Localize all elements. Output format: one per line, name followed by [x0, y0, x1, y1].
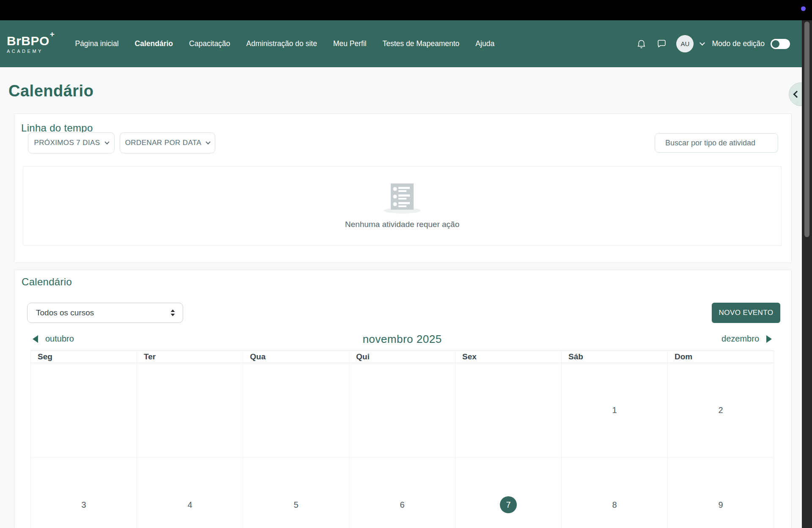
month-calendar-table: Seg Ter Qua Qui Sex Sáb Dom 1 2 3 4 5 — [30, 350, 774, 528]
user-menu-chevron-icon[interactable] — [700, 40, 705, 46]
edit-mode-label: Modo de edição — [712, 39, 765, 48]
chat-icon[interactable] — [656, 38, 667, 49]
calendar-day-cell[interactable]: 5 — [243, 457, 349, 528]
weekday-header: Qui — [349, 351, 455, 363]
nav-item-meu-perfil[interactable]: Meu Perfil — [325, 39, 375, 48]
chevron-down-icon — [104, 140, 109, 144]
day-range-filter-button[interactable]: PRÓXIMOS 7 DIAS — [28, 132, 115, 153]
timeline-card: Linha do tempo PRÓXIMOS 7 DIAS ORDENAR P… — [14, 113, 792, 263]
chevron-left-icon — [793, 91, 801, 98]
calendar-week-row: 3 4 5 6 7 8 9 — [30, 457, 774, 528]
current-month-title: novembro 2025 — [30, 333, 774, 346]
calendar-day-cell[interactable]: 7 — [455, 457, 562, 528]
user-avatar[interactable]: AU — [676, 35, 694, 52]
document-list-icon — [381, 183, 423, 214]
weekday-header: Qua — [243, 351, 349, 363]
weekday-header: Sáb — [562, 351, 668, 363]
next-month-label: dezembro — [721, 334, 759, 344]
status-indicator-dot — [801, 6, 806, 11]
calendar-day-cell[interactable] — [137, 363, 243, 457]
calendar-card: Calendário Todos os cursos NOVO EVENTO o… — [14, 270, 792, 528]
day-number-today[interactable]: 7 — [500, 496, 517, 513]
select-sort-arrows-icon — [170, 309, 175, 316]
calendar-week-row: 1 2 — [30, 363, 774, 457]
nav-item-capacitacao[interactable]: Capacitação — [181, 39, 238, 48]
course-filter-value: Todos os cursos — [36, 308, 94, 317]
month-navigation: outubro novembro 2025 dezembro — [30, 333, 774, 347]
calendar-day-cell[interactable] — [30, 363, 137, 457]
calendar-day-cell[interactable]: 3 — [30, 457, 137, 528]
page-title: Calendário — [8, 82, 93, 100]
next-month-link[interactable]: dezembro — [721, 334, 772, 344]
new-event-button[interactable]: NOVO EVENTO — [712, 303, 780, 323]
day-number[interactable]: 2 — [718, 405, 723, 415]
nav-item-calendario[interactable]: Calendário — [127, 39, 181, 48]
day-number[interactable]: 1 — [612, 405, 617, 415]
nav-item-pagina-inicial[interactable]: Página inicial — [67, 39, 126, 48]
edit-mode-toggle[interactable] — [771, 39, 790, 49]
main-navbar: BrBPO+ ACADEMY Página inicial Calendário… — [0, 20, 812, 67]
navbar-right: AU Modo de edição — [626, 35, 790, 52]
calendar-day-cell[interactable]: 8 — [562, 457, 668, 528]
bell-icon[interactable] — [636, 38, 647, 49]
main-nav: Página inicial Calendário Capacitação Ad… — [67, 39, 502, 48]
weekday-header: Sex — [455, 351, 562, 363]
calendar-day-cell[interactable] — [455, 363, 562, 457]
calendar-day-cell[interactable]: 2 — [668, 363, 774, 457]
weekday-header: Ter — [137, 351, 243, 363]
calendar-heading: Calendário — [22, 276, 72, 288]
course-filter-select[interactable]: Todos os cursos — [27, 303, 183, 323]
day-number[interactable]: 6 — [349, 500, 455, 510]
day-range-filter-label: PRÓXIMOS 7 DIAS — [34, 139, 100, 147]
edit-mode-toggle-knob — [772, 40, 779, 48]
activity-search-input[interactable] — [655, 133, 778, 153]
chevron-down-icon — [206, 140, 211, 144]
weekday-header: Dom — [668, 351, 774, 363]
day-number[interactable]: 8 — [562, 500, 667, 510]
brand-plus: + — [50, 30, 55, 38]
nav-item-administracao[interactable]: Administração do site — [238, 39, 325, 48]
day-number[interactable]: 9 — [668, 500, 774, 510]
nav-item-testes-mapeamento[interactable]: Testes de Mapeamento — [374, 39, 467, 48]
calendar-day-cell[interactable] — [349, 363, 455, 457]
brand-logo[interactable]: BrBPO+ ACADEMY — [7, 34, 54, 54]
weekday-header: Seg — [30, 351, 137, 363]
nav-item-ajuda[interactable]: Ajuda — [467, 39, 502, 48]
screen: BrBPO+ ACADEMY Página inicial Calendário… — [0, 0, 812, 528]
timeline-empty-text: Nenhuma atividade requer ação — [345, 220, 459, 229]
page-scrollbar[interactable] — [802, 20, 812, 528]
calendar-day-cell[interactable]: 9 — [668, 457, 774, 528]
calendar-day-cell[interactable] — [243, 363, 349, 457]
weekday-header-row: Seg Ter Qua Qui Sex Sáb Dom — [30, 350, 774, 363]
scrollbar-thumb[interactable] — [804, 22, 809, 237]
timeline-empty-state: Nenhuma atividade requer ação — [23, 166, 782, 246]
day-number[interactable]: 3 — [31, 500, 137, 510]
calendar-day-cell[interactable]: 1 — [562, 363, 668, 457]
arrow-right-icon — [766, 335, 772, 343]
calendar-day-cell[interactable]: 4 — [137, 457, 243, 528]
brand-subtitle: ACADEMY — [7, 49, 54, 54]
calendar-day-cell[interactable]: 6 — [349, 457, 455, 528]
sort-filter-button[interactable]: ORDENAR POR DATA — [120, 132, 215, 153]
brand-logo-text: BrBPO+ — [7, 34, 54, 47]
day-number[interactable]: 5 — [243, 500, 349, 510]
day-number[interactable]: 4 — [137, 500, 243, 510]
sort-filter-label: ORDENAR POR DATA — [125, 139, 202, 147]
os-top-bar — [0, 0, 812, 20]
